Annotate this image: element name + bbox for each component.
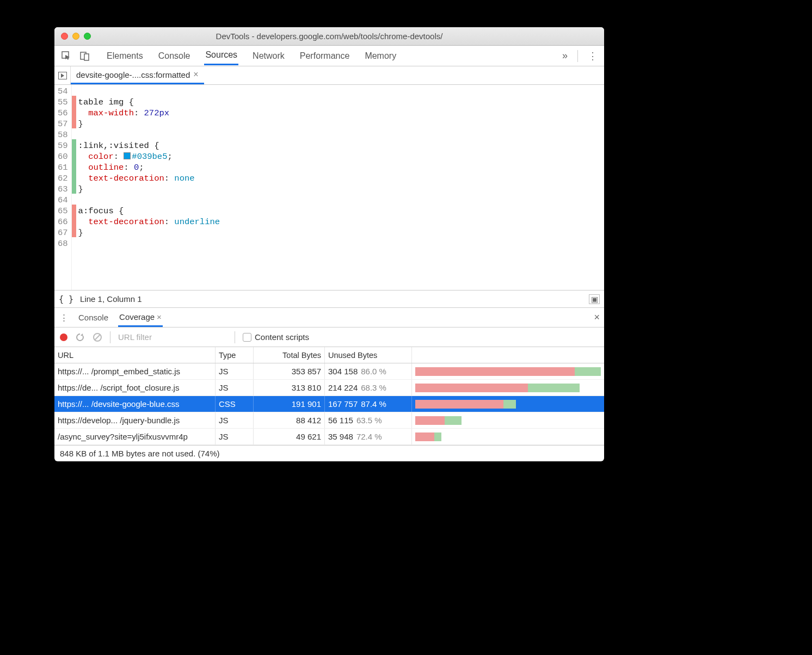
cell-unused: 167 75787.4 % (325, 396, 412, 412)
drawer-tab-console[interactable]: Console (77, 308, 109, 327)
col-visualization (412, 347, 604, 363)
svg-rect-2 (84, 54, 89, 60)
table-row[interactable]: https://... /devsite-google-blue.cssCSS1… (54, 396, 604, 412)
device-toolbar-icon[interactable] (77, 46, 93, 66)
table-row[interactable]: /async_survey?site=ylj5ifxusvvmr4pJS49 6… (54, 429, 604, 445)
tab-elements[interactable]: Elements (106, 47, 144, 65)
close-drawer-tab-icon[interactable]: × (157, 312, 162, 322)
code-body[interactable]: table img { max-width: 272px}:link,:visi… (76, 85, 222, 290)
tab-sources[interactable]: Sources (204, 46, 238, 65)
file-tab-row: devsite-google-....css:formatted × (54, 66, 604, 85)
tab-console[interactable]: Console (157, 47, 192, 65)
cell-url: https://... /prompt_embed_static.js (54, 363, 216, 379)
table-row[interactable]: https://develop... /jquery-bundle.jsJS88… (54, 412, 604, 429)
cell-unused: 214 22468.3 % (325, 380, 412, 396)
coverage-gutter (72, 85, 76, 290)
col-type[interactable]: Type (216, 347, 254, 363)
cell-total: 88 412 (254, 412, 325, 428)
table-header-row: URL Type Total Bytes Unused Bytes (54, 347, 604, 363)
cell-bar (412, 396, 604, 412)
show-navigator-icon[interactable] (54, 66, 71, 84)
cell-type: JS (216, 380, 254, 396)
traffic-lights (54, 33, 91, 40)
zoom-window-button[interactable] (84, 33, 91, 40)
divider (235, 331, 235, 343)
close-window-button[interactable] (61, 33, 68, 40)
cell-total: 313 810 (254, 380, 325, 396)
cell-url: https://... /devsite-google-blue.css (54, 396, 216, 412)
source-editor[interactable]: 545556575859606162636465666768 table img… (54, 85, 604, 291)
cell-bar (412, 429, 604, 444)
settings-kebab-icon[interactable]: ⋮ (588, 50, 598, 62)
cell-bar (412, 412, 604, 428)
cell-type: JS (216, 412, 254, 428)
col-url[interactable]: URL (54, 347, 216, 363)
drawer-menu-icon[interactable]: ⋮ (59, 308, 69, 327)
cell-unused: 56 11563.5 % (325, 412, 412, 428)
cell-total: 191 901 (254, 396, 325, 412)
reload-button[interactable] (75, 332, 85, 342)
cell-total: 353 857 (254, 363, 325, 379)
coverage-summary: 848 KB of 1.1 MB bytes are not used. (74… (54, 445, 604, 461)
drawer-tab-coverage[interactable]: Coverage × (118, 308, 163, 327)
record-button[interactable] (60, 333, 67, 341)
url-filter-input[interactable]: URL filter (118, 332, 227, 342)
titlebar: DevTools - developers.google.com/web/too… (54, 27, 604, 46)
cell-bar (412, 380, 604, 396)
svg-line-5 (95, 335, 100, 340)
content-scripts-checkbox[interactable]: Content scripts (243, 332, 309, 342)
line-number-gutter: 545556575859606162636465666768 (54, 85, 72, 290)
col-unused-bytes[interactable]: Unused Bytes (325, 347, 412, 363)
file-tab[interactable]: devsite-google-....css:formatted × (71, 66, 204, 84)
cursor-position: Line 1, Column 1 (80, 294, 142, 304)
tab-performance[interactable]: Performance (299, 47, 351, 65)
table-row[interactable]: https://... /prompt_embed_static.jsJS353… (54, 363, 604, 380)
file-tab-label: devsite-google-....css:formatted (76, 70, 190, 79)
cell-type: CSS (216, 396, 254, 412)
col-total-bytes[interactable]: Total Bytes (254, 347, 325, 363)
coverage-table: URL Type Total Bytes Unused Bytes https:… (54, 347, 604, 445)
window-title: DevTools - developers.google.com/web/too… (54, 32, 604, 41)
pretty-print-button[interactable]: { } (59, 294, 73, 304)
cell-total: 49 621 (254, 429, 325, 444)
cell-type: JS (216, 363, 254, 379)
close-file-tab-icon[interactable]: × (193, 70, 198, 79)
overflow-tabs-icon[interactable]: » (562, 50, 568, 61)
clear-button[interactable] (93, 332, 102, 342)
drawer-tabstrip: ⋮ ConsoleCoverage × × (54, 308, 604, 328)
cell-type: JS (216, 429, 254, 444)
minimize-window-button[interactable] (72, 33, 79, 40)
divider (110, 331, 110, 343)
tab-network[interactable]: Network (251, 47, 286, 65)
inspect-element-icon[interactable] (59, 46, 74, 66)
editor-status-bar: { } Line 1, Column 1 ▣ (54, 291, 604, 308)
main-tabstrip: ElementsConsoleSourcesNetworkPerformance… (54, 46, 604, 66)
tab-memory[interactable]: Memory (364, 47, 397, 65)
cell-unused: 35 94872.4 % (325, 429, 412, 444)
toggle-sidebar-icon[interactable]: ▣ (589, 294, 600, 304)
table-row[interactable]: https://de... /script_foot_closure.jsJS3… (54, 380, 604, 396)
cell-url: https://develop... /jquery-bundle.js (54, 412, 216, 428)
coverage-toolbar: URL filter Content scripts (54, 328, 604, 347)
devtools-window: DevTools - developers.google.com/web/too… (54, 27, 604, 461)
cell-unused: 304 15886.0 % (325, 363, 412, 379)
cell-bar (412, 363, 604, 379)
cell-url: /async_survey?site=ylj5ifxusvvmr4p (54, 429, 216, 444)
cell-url: https://de... /script_foot_closure.js (54, 380, 216, 396)
close-drawer-icon[interactable]: × (594, 312, 600, 323)
checkbox-icon[interactable] (243, 333, 251, 342)
